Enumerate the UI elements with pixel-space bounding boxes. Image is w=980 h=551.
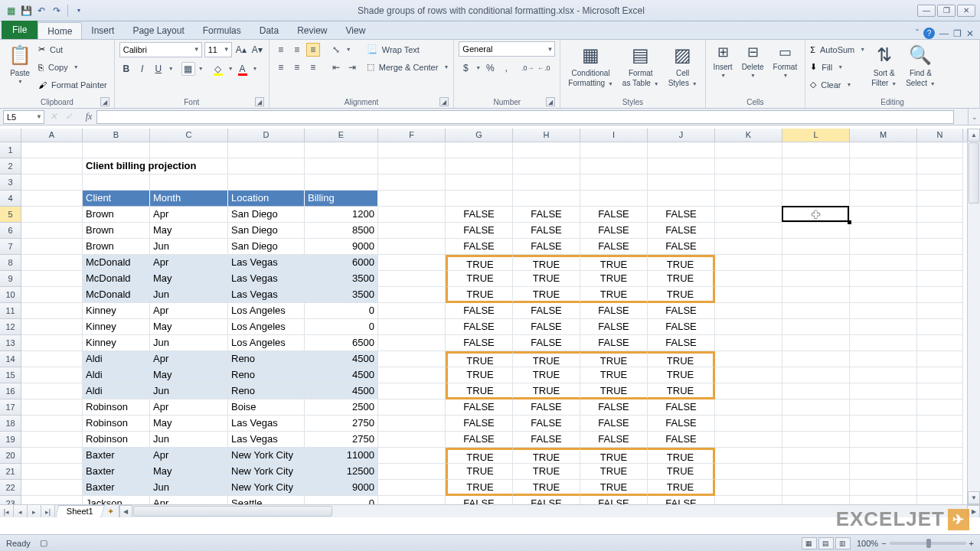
insert-function-button[interactable]: fx bbox=[81, 110, 96, 124]
tab-data[interactable]: Data bbox=[250, 22, 288, 39]
cell[interactable]: Aldi bbox=[83, 367, 150, 383]
cell[interactable]: FALSE bbox=[513, 239, 580, 255]
cell[interactable]: FALSE bbox=[648, 207, 715, 223]
row-header-9[interactable]: 9 bbox=[0, 271, 21, 287]
cell[interactable] bbox=[850, 351, 917, 367]
cell[interactable] bbox=[378, 239, 446, 255]
cell[interactable]: FALSE bbox=[446, 416, 513, 432]
row-header-12[interactable]: 12 bbox=[0, 319, 21, 335]
cell[interactable]: FALSE bbox=[513, 335, 580, 351]
cell[interactable] bbox=[715, 158, 782, 174]
row-header-13[interactable]: 13 bbox=[0, 335, 21, 351]
cell[interactable]: Las Vegas bbox=[228, 287, 305, 303]
decrease-indent-icon[interactable]: ⇤ bbox=[329, 60, 343, 74]
tab-page-layout[interactable]: Page Layout bbox=[123, 22, 193, 39]
cell[interactable]: May bbox=[150, 464, 228, 480]
cell[interactable] bbox=[850, 239, 917, 255]
cell[interactable]: FALSE bbox=[648, 319, 715, 335]
cell[interactable] bbox=[782, 496, 850, 504]
cell[interactable]: TRUE bbox=[580, 367, 648, 383]
cell[interactable] bbox=[715, 464, 782, 480]
cell[interactable] bbox=[715, 480, 782, 496]
cell[interactable] bbox=[917, 287, 963, 303]
cell[interactable]: 4500 bbox=[305, 383, 378, 399]
workbook-minimize-icon[interactable]: — bbox=[939, 28, 949, 39]
cell[interactable] bbox=[305, 174, 378, 191]
format-cells-button[interactable]: ▭Format▼ bbox=[770, 41, 801, 80]
column-header-A[interactable]: A bbox=[21, 129, 83, 142]
cell[interactable] bbox=[850, 480, 917, 496]
cell[interactable] bbox=[378, 158, 446, 174]
cell[interactable]: TRUE bbox=[580, 448, 648, 464]
name-box[interactable]: L5▼ bbox=[3, 110, 44, 124]
cell[interactable] bbox=[21, 142, 83, 158]
cell[interactable]: FALSE bbox=[513, 496, 580, 504]
scroll-left-button[interactable]: ◀ bbox=[119, 505, 132, 517]
row-header-14[interactable]: 14 bbox=[0, 351, 21, 367]
row-header-11[interactable]: 11 bbox=[0, 303, 21, 319]
alignment-launcher[interactable]: ◢ bbox=[439, 97, 449, 106]
formula-bar[interactable] bbox=[96, 110, 954, 124]
enter-formula-icon[interactable]: ✓ bbox=[61, 110, 77, 124]
cell[interactable]: May bbox=[150, 223, 228, 239]
cell[interactable]: 6500 bbox=[305, 335, 378, 351]
insert-cells-button[interactable]: ⊞Insert▼ bbox=[710, 41, 736, 80]
cell[interactable]: Baxter bbox=[83, 480, 150, 496]
cell[interactable]: TRUE bbox=[513, 367, 580, 383]
row-header-10[interactable]: 10 bbox=[0, 287, 21, 303]
cell[interactable]: Apr bbox=[150, 496, 228, 504]
minimize-ribbon-icon[interactable]: ˇ bbox=[916, 28, 919, 39]
cell[interactable] bbox=[378, 351, 446, 367]
cell[interactable]: FALSE bbox=[580, 207, 648, 223]
cell[interactable]: Brown bbox=[83, 239, 150, 255]
workbook-close-icon[interactable]: ✕ bbox=[966, 28, 974, 39]
cell[interactable]: 9000 bbox=[305, 239, 378, 255]
cell[interactable] bbox=[917, 319, 963, 335]
cell[interactable] bbox=[228, 158, 305, 174]
cell[interactable] bbox=[378, 448, 446, 464]
cell[interactable]: New York City bbox=[228, 480, 305, 496]
cell[interactable]: 4500 bbox=[305, 351, 378, 367]
cell[interactable]: TRUE bbox=[513, 271, 580, 287]
cell[interactable]: Apr bbox=[150, 207, 228, 223]
cell[interactable] bbox=[715, 496, 782, 504]
cell[interactable]: TRUE bbox=[513, 480, 580, 496]
cell[interactable] bbox=[378, 303, 446, 319]
cell[interactable]: Los Angeles bbox=[228, 303, 305, 319]
restore-button[interactable]: ❐ bbox=[937, 5, 956, 17]
cell[interactable] bbox=[150, 158, 228, 174]
cell[interactable]: TRUE bbox=[580, 351, 648, 367]
cell[interactable]: FALSE bbox=[580, 223, 648, 239]
cell[interactable]: Reno bbox=[228, 383, 305, 399]
cell[interactable] bbox=[917, 158, 963, 174]
cell[interactable] bbox=[917, 255, 963, 271]
cell[interactable]: 0 bbox=[305, 319, 378, 335]
cell[interactable]: TRUE bbox=[648, 271, 715, 287]
cell[interactable]: FALSE bbox=[648, 399, 715, 416]
cell[interactable] bbox=[446, 142, 513, 158]
copy-button[interactable]: Copy bbox=[46, 63, 70, 72]
cell[interactable] bbox=[21, 335, 83, 351]
cell[interactable] bbox=[580, 174, 648, 191]
cell[interactable]: 3500 bbox=[305, 271, 378, 287]
row-header-5[interactable]: 5 bbox=[0, 207, 21, 223]
cell[interactable] bbox=[782, 303, 850, 319]
accounting-format-icon[interactable]: $ bbox=[459, 61, 472, 75]
cell[interactable] bbox=[378, 416, 446, 432]
cell[interactable] bbox=[850, 335, 917, 351]
cell[interactable] bbox=[850, 496, 917, 504]
cell[interactable] bbox=[21, 223, 83, 239]
cell[interactable] bbox=[917, 480, 963, 496]
cell[interactable]: 4500 bbox=[305, 367, 378, 383]
cell[interactable] bbox=[378, 255, 446, 271]
cell[interactable]: San Diego bbox=[228, 207, 305, 223]
cell[interactable]: McDonald bbox=[83, 271, 150, 287]
cell[interactable]: FALSE bbox=[446, 432, 513, 448]
cell[interactable]: FALSE bbox=[580, 496, 648, 504]
cell[interactable]: Los Angeles bbox=[228, 319, 305, 335]
cell[interactable] bbox=[21, 191, 83, 207]
cell[interactable] bbox=[850, 399, 917, 416]
cell[interactable]: TRUE bbox=[648, 383, 715, 399]
row-header-3[interactable]: 3 bbox=[0, 174, 21, 191]
cell[interactable] bbox=[83, 142, 150, 158]
